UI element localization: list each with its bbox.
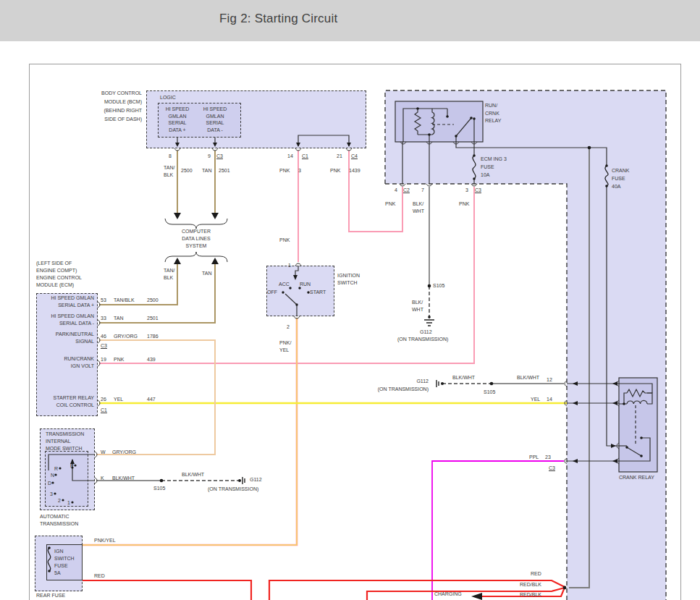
ign-pos-acc: ACC [279,281,290,288]
ground-g112-2: G112 [405,378,429,385]
wire-label-yel: YEL [531,396,540,403]
bcm-conn-c3: C3 [216,153,223,160]
ign-pin-2: 2 [287,324,290,331]
mode-pos-d: D [48,480,51,487]
ignition-switch-label: IGNITIONSWITCH [337,272,360,287]
ecm-wire-3: PNK [114,356,124,363]
mode-switch-inner-box [45,451,88,507]
wire-label-red-blk-1: RED/BLK [520,581,541,588]
wire-label-blk-wht-2: BLK/WHT [412,299,423,313]
crank-relay-pin-12: 12 [547,376,552,384]
wiring-diagram-page: Fig 2: Starting Circuit [0,0,700,600]
wire-label-blk-wht: BLK/WHT [413,200,424,214]
ground-g112-3-loc: (ON TRANSMISSION) [208,486,258,493]
ecm-ign3-fuse-label: ECM ING 3FUSE10A [481,155,507,179]
bcm-hs-gmlan-plus: HI SPEEDGMLANSERIALDATA + [159,106,195,133]
relay-pin-7: 7 [421,187,424,194]
ecm-row-park-neutral: PARK/NEUTRALSIGNAL [38,331,94,345]
wire-label-tan: TAN [202,167,211,174]
ecm-ckt-3: 439 [147,356,156,363]
wire-label-pnk: PNK [279,167,290,174]
wire-label-blk-wht-4: BLK/WHT [517,374,539,381]
ground-g112-3: G112 [250,476,262,483]
wire-ckt-2500: 2500 [181,167,193,174]
wire-label-pnk-mid: PNK [279,237,290,244]
title-bar: Fig 2: Starting Circuit [0,0,700,41]
ecm-row-gmlan-plus: HI SPEED GMLANSERIAL DATA + [38,295,94,308]
run-crnk-relay-label: RUN/CRNKRELAY [485,102,501,125]
relay-pin-3: 3 [465,187,468,194]
computer-data-lines-label: COMPUTERDATA LINESSYSTEM [171,228,222,250]
wire-label-blk-wht-5: BLK/WHT [112,475,135,482]
ecm-location-label: (LEFT SIDE OFENGINE COMPT)ENGINE CONTROL… [36,260,82,289]
ecm-ckt-4: 447 [147,396,156,403]
mode-pos-r: R [54,465,58,473]
relay-pin-4: 4 [395,187,397,194]
splice-s105-2: S105 [484,389,495,396]
splice-s105: S105 [433,282,444,290]
bcm-pin-21: 21 [337,153,342,160]
wire-label-blk-wht-6: BLK/WHT [182,471,204,478]
bcm-pin-8: 8 [169,153,172,160]
wire-label-pnk-4: PNK [459,200,469,208]
mode-pin-k: K [101,475,104,482]
crank-relay-conn-c3: C3 [549,465,555,472]
wire-label-gry-org: GRY/ORG [112,449,136,456]
mode-pos-2: 2 [58,497,61,504]
relay-conn-c3: C3 [475,187,481,194]
ground-g112-2-loc: (ON TRANSMISSION) [366,386,429,393]
wire-label-blk-wht-3: BLK/WHT [452,374,475,381]
mode-pin-w: W [101,449,106,456]
bcm-pin-14: 14 [287,153,293,160]
ecm-pin-46: 46 [101,333,106,340]
bcm-conn-c1: C1 [302,153,308,160]
ign-pos-off: OFF [267,289,277,296]
ign-switch-fuse-label: IGNSWITCHFUSE5A [54,548,75,577]
ign-pos-start: START [310,289,326,296]
wire-ckt-3: 3 [298,167,301,174]
mode-pos-n: N [51,472,54,479]
mode-pos-1: 1 [67,499,70,507]
wire-label-red: RED [94,572,105,580]
crank-relay-pin-23: 23 [545,454,551,461]
ecm-pin-19: 19 [101,356,106,363]
ecm-pin-26: 26 [101,396,106,403]
ecm-pin-33: 33 [101,315,106,322]
ecm-row-starter-relay: STARTER RELAYCOIL CONTROL [38,394,94,408]
ecm-row-gmlan-minus: HI SPEED GMLANSERIAL DATA - [38,313,94,326]
ign-pos-run: RUN [300,281,311,288]
wire-ckt-2501: 2501 [219,167,230,174]
wire-label-tan-blk: TAN/BLK [164,164,174,178]
crank-fuse-label: CRANKFUSE40A [612,166,630,190]
ecm-row-run-crank: RUN/CRANKIGN VOLT [38,355,94,369]
charging-circuit-label: CHARGING [434,591,462,598]
ground-g112: G112 [420,329,432,336]
figure-title: Fig 2: Starting Circuit [219,12,337,26]
wire-label-pnk-yel-2: PNK/YEL [94,537,116,544]
ign-pin-1: 1 [288,262,291,269]
mode-pos-p: P [70,462,74,470]
wire-label-ppl: PPL [529,454,539,461]
wire-label-pnk-2: PNK [330,167,340,174]
ecm-ckt-1: 2501 [147,315,159,322]
ground-g112-loc: (ON TRANSMISSION) [397,336,448,343]
mode-pos-3: 3 [50,491,53,498]
crank-relay-pin-14: 14 [547,396,552,403]
bcm-pin-9: 9 [208,153,211,160]
ecm-conn-c1: C1 [101,407,107,414]
ecm-ckt-2: 1786 [147,333,159,340]
crank-relay-label: CRANK RELAY [619,474,654,481]
wire-label-red-2: RED [531,570,541,578]
ecm-wire-4: YEL [114,396,123,403]
ecm-conn-c3: C3 [101,342,107,350]
automatic-transmission-label: AUTOMATICTRANSMISSION [40,513,78,528]
bcm-logic-label: LOGIC [160,94,176,101]
wire-label-pnk-yel: PNK/YEL [279,339,291,353]
relay-conn-c2: C2 [403,187,410,194]
bcm-hs-gmlan-minus: HI SPEEDGMLANSERIALDATA - [197,106,233,133]
wire-label-tan-2: TAN [202,270,211,277]
wire-label-tan-blk-2: TAN/BLK [164,267,174,281]
ecm-wire-2: GRY/ORG [114,333,138,340]
rear-fuse-label: REAR FUSE [36,592,65,599]
mode-switch-label: TRANSMISSIONINTERNALMODE SWITCH [46,431,84,452]
